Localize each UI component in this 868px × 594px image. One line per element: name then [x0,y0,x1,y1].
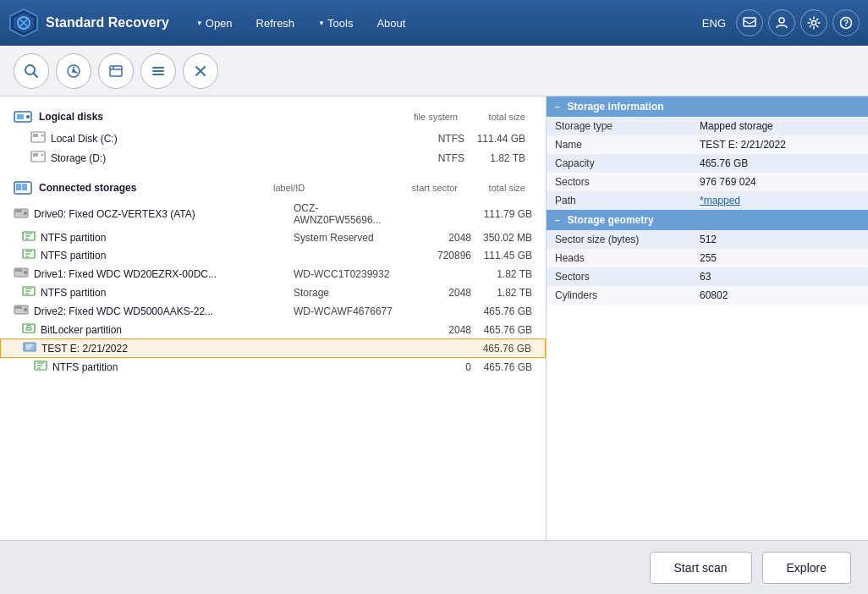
svg-rect-18 [31,151,45,162]
geometry-row-sector-size: Sector size (bytes) 512 [547,230,868,249]
header-icons: ? [736,9,860,36]
svg-point-20 [41,154,44,157]
explore-button[interactable]: Explore [762,552,851,584]
drive2-ntfs-icon [34,360,47,373]
logical-disk-d[interactable]: Storage (D:) NTFS 1.82 TB [0,148,546,168]
storage-disk-icon [30,151,46,165]
language-selector[interactable]: ENG [702,17,726,30]
nav-tools[interactable]: ▼ Tools [308,12,363,35]
ntfs-partition2-icon [22,249,36,261]
test-e-icon [23,342,36,355]
scan-tool-btn[interactable] [56,53,91,89]
svg-point-10 [72,69,75,73]
open-arrow-icon: ▼ [196,19,203,27]
svg-rect-25 [15,210,22,212]
storage-info-section-header: – Storage information [547,96,868,117]
messages-icon-btn[interactable] [736,9,763,36]
svg-text:?: ? [843,19,849,28]
drive2-ntfs[interactable]: NTFS partition 0 465.76 GB [0,358,546,376]
svg-rect-15 [31,132,45,142]
svg-rect-22 [16,184,21,190]
geometry-row-cylinders: Cylinders 60802 [547,286,868,305]
info-row-path: Path *mapped [547,191,868,210]
geometry-row-sectors: Sectors 63 [547,267,868,286]
svg-rect-23 [22,184,27,190]
nav-open[interactable]: ▼ Open [186,12,243,35]
search-tool-btn[interactable] [14,53,49,89]
svg-point-14 [26,115,30,118]
drive2-icon [14,304,29,318]
logo-area: Standard Recovery [8,8,169,38]
connected-storages-icon [14,181,32,195]
app-title: Standard Recovery [46,15,169,30]
info-row-capacity: Capacity 465.76 GB [547,154,868,173]
svg-rect-13 [17,114,24,119]
svg-point-26 [24,212,27,215]
drive2-bitlocker[interactable]: BitLocker partition 2048 465.76 GB [0,321,546,338]
svg-rect-30 [15,269,22,272]
nav-refresh[interactable]: Refresh [246,12,305,35]
close-tool-btn[interactable] [183,53,218,89]
logical-disk-c[interactable]: Local Disk (C:) NTFS 111.44 GB [0,129,546,148]
svg-point-5 [812,21,816,25]
main-content: Logical disks file system total size Loc… [0,96,868,540]
svg-point-35 [24,308,27,311]
settings-icon-btn[interactable] [800,9,827,36]
logical-disks-header: Logical disks file system total size [0,105,546,129]
left-panel: Logical disks file system total size Loc… [0,96,547,540]
svg-rect-3 [744,18,755,26]
drive0-row[interactable]: Drive0: Fixed OCZ-VERTEX3 (ATA) OCZ-AWNZ… [0,200,546,228]
list-tool-btn[interactable] [140,53,176,89]
svg-rect-11 [110,66,122,76]
drive2-test-e[interactable]: TEST E: 2/21/2022 465.76 GB [0,338,546,358]
drive0-ntfs2[interactable]: NTFS partition 720896 111.45 GB [0,246,546,264]
toolbar [0,46,868,96]
storage-info-collapse-icon[interactable]: – [555,102,560,112]
right-panel: – Storage information Storage type Mappe… [547,96,868,540]
svg-rect-34 [15,306,22,309]
info-row-name: Name TEST E: 2/21/2022 [547,135,868,154]
account-icon-btn[interactable] [768,9,795,36]
connected-storages-header: Connected storages label/ID start sector… [0,176,546,200]
ntfs-partition-icon [22,231,36,244]
bitlocker-icon [22,323,36,336]
svg-rect-16 [33,134,38,137]
preview-tool-btn[interactable] [98,53,134,89]
drive0-icon [14,207,29,222]
storage-info-table: Storage type Mapped storage Name TEST E:… [547,117,868,210]
svg-rect-37 [27,326,30,328]
tools-arrow-icon: ▼ [318,19,325,27]
header: Standard Recovery ▼ Open Refresh ▼ Tools… [0,0,868,46]
svg-point-4 [779,18,784,23]
drive1-icon [14,267,29,281]
drive1-ntfs-icon [22,286,36,299]
drive1-row[interactable]: Drive1: Fixed WDC WD20EZRX-00DC... WD-WC… [0,264,546,283]
logical-disks-icon [14,110,32,124]
drive0-ntfs1[interactable]: NTFS partition System Reserved 2048 350.… [0,228,546,246]
info-row-storage-type: Storage type Mapped storage [547,117,868,135]
svg-rect-19 [33,153,38,157]
footer: Start scan Explore [0,540,868,594]
storage-geometry-collapse-icon[interactable]: – [555,216,560,225]
svg-point-31 [24,271,27,274]
info-row-sectors: Sectors 976 769 024 [547,173,868,191]
svg-point-17 [41,135,44,137]
geometry-row-heads: Heads 255 [547,249,868,267]
local-disk-icon [30,131,46,146]
app-logo-icon [8,8,39,38]
nav-menu: ▼ Open Refresh ▼ Tools About [186,12,702,35]
storage-geometry-section-header: – Storage geometry [547,210,868,230]
start-scan-button[interactable]: Start scan [650,552,752,584]
drive2-row[interactable]: Drive2: Fixed WDC WD5000AAKS-22... WD-WC… [0,301,546,321]
help-icon-btn[interactable]: ? [832,9,860,36]
storage-geometry-table: Sector size (bytes) 512 Heads 255 Sector… [547,230,868,305]
drive1-ntfs1[interactable]: NTFS partition Storage 2048 1.82 TB [0,283,546,301]
nav-about[interactable]: About [366,12,415,35]
